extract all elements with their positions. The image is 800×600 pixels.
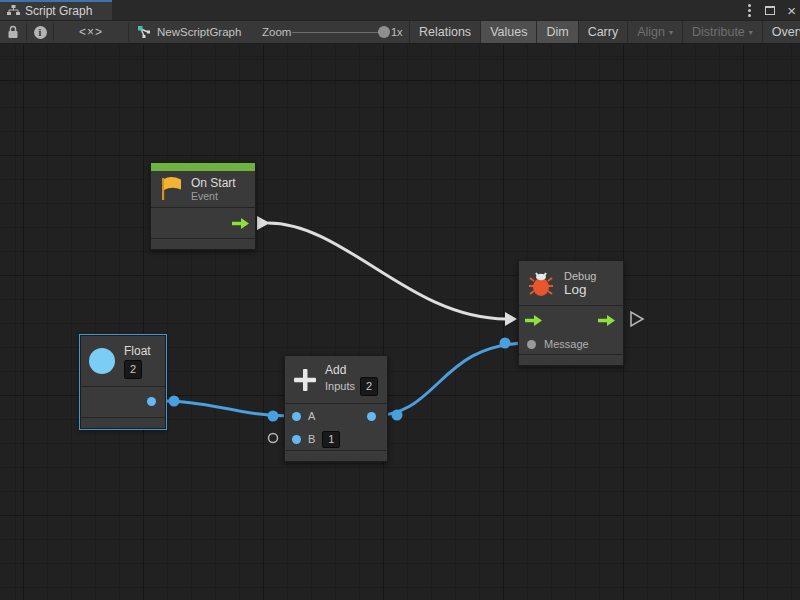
lock-icon (7, 25, 19, 39)
value-input-port-b[interactable] (292, 435, 301, 444)
node-subtitle: Event (191, 190, 236, 203)
port-b-value-field[interactable]: 1 (322, 431, 340, 448)
node-title: Add (325, 363, 378, 377)
overview-button[interactable]: Overview (762, 21, 800, 43)
zoom-slider[interactable] (292, 32, 384, 33)
flow-wire-start-arrow (257, 216, 270, 230)
zoom-label: Zoom (262, 21, 291, 43)
node-debug-log[interactable]: Debug Log Message (518, 260, 624, 366)
node-footer (81, 418, 165, 428)
dim-button[interactable]: Dim (536, 21, 577, 43)
node-subtitle: Log (564, 283, 596, 297)
plus-icon (293, 368, 317, 392)
message-label: Message (544, 338, 589, 350)
value-wire-add-to-debug[interactable] (372, 343, 529, 416)
wire-endpoint-dot (169, 396, 180, 407)
graph-name-group[interactable]: NewScriptGraph (137, 21, 241, 43)
wire-endpoint-dot (268, 411, 279, 422)
node-float[interactable]: Float 2 (80, 335, 166, 429)
distribute-button[interactable]: Distribute▾ (682, 21, 762, 43)
code-view-button[interactable]: <×> (54, 21, 128, 43)
flag-icon (159, 176, 183, 202)
port-b-label: B (308, 433, 315, 445)
info-icon: i (34, 26, 47, 39)
flow-input-port[interactable] (525, 315, 542, 326)
inputs-count-field[interactable]: 2 (360, 377, 378, 396)
port-row-message: Message (519, 334, 623, 354)
float-value-field[interactable]: 2 (124, 360, 142, 379)
node-footer (285, 451, 387, 461)
node-on-start[interactable]: On Start Event (150, 162, 256, 250)
align-button[interactable]: Align▾ (627, 21, 682, 43)
unconnected-flow-triangle[interactable] (631, 312, 643, 326)
relations-button[interactable]: Relations (409, 21, 480, 43)
carry-button[interactable]: Carry (578, 21, 628, 43)
port-row-a: A (285, 404, 387, 428)
flow-wire-end-arrow (505, 312, 517, 326)
node-footer (151, 239, 255, 249)
value-input-port-a[interactable] (292, 412, 301, 421)
value-output-port[interactable] (147, 397, 156, 406)
node-title: On Start (191, 176, 236, 190)
flow-wire-onstart-to-debug[interactable] (268, 223, 506, 319)
value-output-port[interactable] (367, 412, 376, 421)
node-add[interactable]: Add Inputs 2 A B 1 (284, 355, 388, 462)
graph-asset-icon (137, 25, 151, 39)
titlebar: Script Graph × (0, 0, 800, 20)
float-type-icon (89, 348, 115, 374)
inputs-label: Inputs (325, 380, 355, 393)
event-accent-bar (151, 163, 255, 171)
unconnected-port-circle[interactable] (269, 434, 278, 443)
maximize-icon[interactable] (765, 6, 775, 15)
lock-button[interactable] (0, 21, 26, 43)
values-button[interactable]: Values (480, 21, 536, 43)
info-button[interactable]: i (27, 21, 53, 43)
flow-output-port[interactable] (598, 315, 615, 326)
zoom-value: 1x (391, 21, 403, 43)
tab-label: Script Graph (25, 4, 92, 18)
code-icon: <×> (79, 25, 103, 39)
port-a-label: A (308, 410, 315, 422)
close-icon[interactable]: × (787, 3, 796, 18)
node-title: Float (124, 344, 151, 358)
port-row-b: B 1 (285, 428, 387, 450)
zoom-slider-handle[interactable] (378, 26, 390, 38)
script-graph-window: Script Graph × i <×> (0, 0, 800, 600)
graph-name: NewScriptGraph (157, 26, 241, 38)
flow-output-port[interactable] (232, 218, 249, 229)
tab-script-graph[interactable]: Script Graph (0, 0, 112, 20)
window-menu-icon[interactable] (746, 2, 753, 19)
chevron-down-icon: ▾ (749, 28, 753, 37)
hierarchy-icon (7, 5, 20, 17)
node-title: Debug (564, 270, 596, 283)
node-footer (519, 355, 623, 365)
graph-canvas[interactable]: On Start Event Float 2 (0, 45, 800, 600)
wire-endpoint-dot (392, 410, 403, 421)
bug-icon (528, 270, 554, 297)
wire-endpoint-dot (500, 338, 511, 349)
wire-layer (0, 45, 800, 600)
toolbar: i <×> NewScriptGraph Zoom 1x Relations V… (0, 20, 800, 44)
message-input-port[interactable] (527, 340, 536, 349)
chevron-down-icon: ▾ (669, 28, 673, 37)
